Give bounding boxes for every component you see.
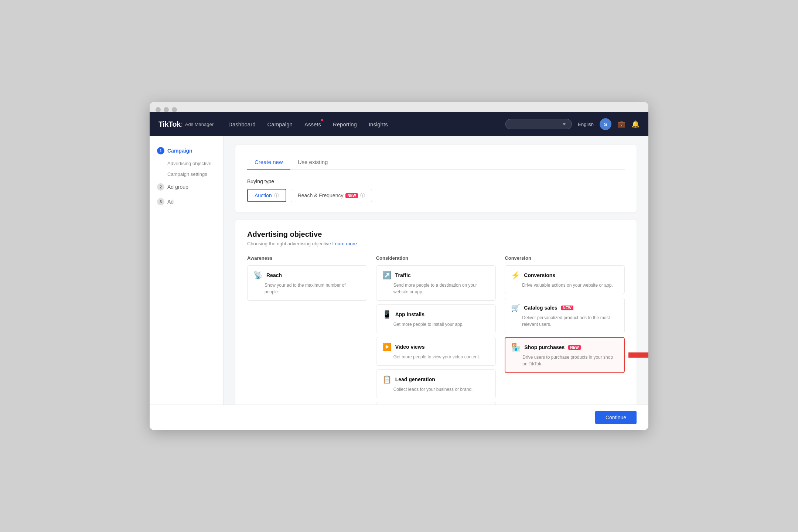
tab-row: Create new Use existing — [247, 155, 625, 170]
search-chevron-icon — [563, 123, 566, 125]
obj-card-conversions[interactable]: ⚡ Conversions Drive valuable actions on … — [505, 265, 625, 294]
logo-tiktok: TikTok — [158, 120, 181, 128]
nav-assets[interactable]: Assets — [304, 114, 321, 135]
catalog-card-desc: Deliver personalized product ads to the … — [511, 314, 618, 328]
shop-purchases-card-header: 🏪 Shop purchases NEW — [511, 343, 618, 352]
briefcase-icon[interactable]: 💼 — [617, 120, 625, 128]
conversions-icon: ⚡ — [511, 271, 520, 280]
nav-dashboard[interactable]: Dashboard — [228, 114, 255, 135]
obj-card-traffic[interactable]: ↗️ Traffic Send more people to a destina… — [376, 265, 496, 301]
search-placeholder — [512, 122, 513, 127]
browser-chrome — [150, 102, 648, 112]
sidebar-step-ad[interactable]: 3 Ad — [150, 194, 223, 209]
catalog-icon: 🛒 — [511, 303, 520, 312]
browser-dot-1 — [156, 107, 161, 112]
conversion-column-title: Conversion — [505, 255, 625, 261]
app-installs-card-desc: Get more people to install your app. — [382, 321, 490, 328]
nav-campaign[interactable]: Campaign — [267, 114, 293, 135]
language-selector[interactable]: English — [578, 122, 594, 127]
obj-card-app-installs[interactable]: 📱 App installs Get more people to instal… — [376, 304, 496, 333]
browser-dot-3 — [172, 107, 177, 112]
obj-card-lead-generation[interactable]: 📋 Lead generation Collect leads for your… — [376, 369, 496, 398]
reach-frequency-info-icon[interactable]: ⓘ — [360, 192, 365, 199]
sidebar-ad-label: Ad — [167, 199, 174, 205]
red-arrow-indicator — [628, 346, 648, 364]
column-consideration: Consideration ↗️ Traffic Send more peopl… — [376, 255, 496, 405]
app-container: TikTok: Ads Manager Dashboard Campaign A… — [150, 112, 648, 430]
obj-card-catalog-sales[interactable]: 🛒 Catalog sales NEW Deliver personalized… — [505, 298, 625, 333]
app-installs-icon: 📱 — [382, 310, 392, 319]
lead-gen-card-desc: Collect leads for your business or brand… — [382, 386, 490, 393]
reach-frequency-new-badge: NEW — [345, 193, 358, 198]
buying-type-label: Buying type — [247, 178, 625, 184]
obj-card-reach[interactable]: 📡 Reach Show your ad to the maximum numb… — [247, 265, 367, 301]
reach-card-header: 📡 Reach — [253, 271, 361, 280]
tab-use-existing[interactable]: Use existing — [290, 155, 335, 170]
top-nav: TikTok: Ads Manager Dashboard Campaign A… — [150, 112, 648, 136]
column-awareness: Awareness 📡 Reach Show your ad to the ma… — [247, 255, 367, 405]
main-content: Create new Use existing Buying type Auct… — [224, 136, 648, 405]
catalog-new-badge: NEW — [561, 306, 573, 310]
buying-btn-reach-frequency[interactable]: Reach & Frequency NEW ⓘ — [291, 189, 372, 202]
nav-insights[interactable]: Insights — [369, 114, 388, 135]
conversions-card-desc: Drive valuable actions on your website o… — [511, 282, 618, 289]
learn-more-link[interactable]: Learn more — [332, 241, 357, 246]
sidebar-step-campaign[interactable]: 1 Campaign — [150, 143, 223, 158]
lead-gen-card-title: Lead generation — [395, 376, 435, 382]
awareness-column-title: Awareness — [247, 255, 367, 261]
objective-subtitle: Choosing the right advertising objective… — [247, 241, 625, 246]
catalog-card-header: 🛒 Catalog sales NEW — [511, 303, 618, 312]
objective-title: Advertising objective — [247, 230, 625, 239]
auction-label: Auction — [255, 192, 272, 198]
reach-card-title: Reach — [266, 272, 282, 278]
video-views-card-title: Video views — [395, 344, 425, 350]
sidebar-step-adgroup[interactable]: 2 Ad group — [150, 180, 223, 194]
bell-icon[interactable]: 🔔 — [631, 120, 640, 128]
sidebar: 1 Campaign Advertising objective Campaig… — [150, 136, 224, 405]
logo-text: TikTok: — [158, 120, 183, 129]
shop-purchases-arrow-container: 🏪 Shop purchases NEW Drive users to purc… — [505, 337, 625, 373]
sidebar-sub-advertising-objective[interactable]: Advertising objective — [150, 158, 223, 169]
obj-card-shop-purchases[interactable]: 🏪 Shop purchases NEW Drive users to purc… — [505, 337, 625, 373]
shop-purchases-new-badge: NEW — [568, 345, 580, 350]
consideration-column-title: Consideration — [376, 255, 496, 261]
sidebar-campaign-label: Campaign — [167, 148, 192, 154]
assets-notification-dot — [321, 119, 323, 121]
logo: TikTok: Ads Manager — [158, 120, 214, 129]
nav-links: Dashboard Campaign Assets Reporting Insi… — [228, 114, 505, 135]
column-conversion: Conversion ⚡ Conversions Drive valuable … — [505, 255, 625, 405]
footer-bar: Continue — [150, 405, 648, 430]
step-badge-2: 2 — [157, 183, 164, 191]
video-views-icon: ▶️ — [382, 342, 392, 351]
step-badge-1: 1 — [157, 147, 164, 154]
obj-card-community-interaction[interactable]: 👥 Community interaction NEW Get more pag… — [376, 402, 496, 405]
avatar[interactable]: S — [600, 118, 611, 130]
app-installs-card-header: 📱 App installs — [382, 310, 490, 319]
sidebar-adgroup-label: Ad group — [167, 184, 188, 190]
buying-btn-auction[interactable]: Auction ⓘ — [247, 189, 286, 202]
search-bar[interactable] — [505, 119, 572, 129]
shop-purchases-icon: 🏪 — [511, 343, 521, 352]
tab-create-new[interactable]: Create new — [247, 155, 290, 170]
browser-dot-2 — [164, 107, 169, 112]
logo-colon: : — [181, 120, 183, 128]
nav-right: English S 💼 🔔 — [505, 118, 640, 130]
conversions-card-title: Conversions — [524, 272, 555, 278]
traffic-card-header: ↗️ Traffic — [382, 271, 490, 280]
sidebar-sub-campaign-settings[interactable]: Campaign settings — [150, 169, 223, 180]
conversions-card-header: ⚡ Conversions — [511, 271, 618, 280]
nav-reporting[interactable]: Reporting — [333, 114, 357, 135]
continue-button[interactable]: Continue — [595, 411, 637, 424]
obj-card-video-views[interactable]: ▶️ Video views Get more people to view y… — [376, 337, 496, 366]
app-installs-card-title: App installs — [395, 311, 424, 317]
traffic-card-title: Traffic — [395, 272, 411, 278]
auction-info-icon[interactable]: ⓘ — [274, 192, 279, 199]
lead-gen-icon: 📋 — [382, 375, 392, 384]
reach-card-desc: Show your ad to the maximum number of pe… — [253, 282, 361, 295]
reach-frequency-label: Reach & Frequency — [298, 192, 344, 198]
buying-type-row: Auction ⓘ Reach & Frequency NEW ⓘ — [247, 189, 625, 202]
reach-icon: 📡 — [253, 271, 263, 280]
body-layout: 1 Campaign Advertising objective Campaig… — [150, 136, 648, 405]
shop-purchases-card-desc: Drive users to purchase products in your… — [511, 354, 618, 367]
card-advertising-objective: Advertising objective Choosing the right… — [235, 220, 637, 405]
